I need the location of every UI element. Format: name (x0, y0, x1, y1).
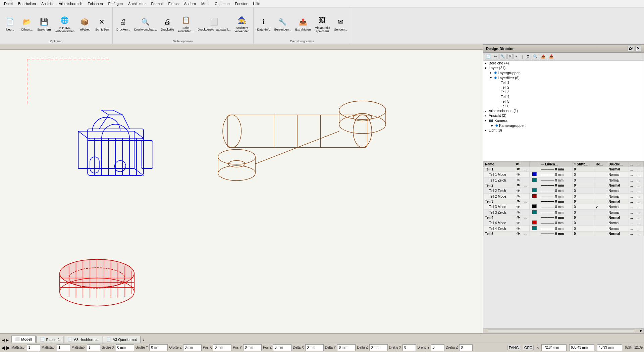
layer-cell-extra1[interactable]: ... (629, 188, 636, 194)
tree-item-teil5[interactable]: Teil 5 (483, 99, 644, 104)
layer-cell-extra1[interactable]: ... (629, 220, 636, 226)
layer-cell-vis[interactable]: 👁 (514, 220, 522, 226)
field-posz[interactable] (273, 344, 291, 351)
tree-item-licht[interactable]: ▸ Licht (8) (483, 128, 644, 133)
layer-cell-dot[interactable]: ... (522, 183, 530, 188)
tab-a3hochformat[interactable]: 📄 A3 Hochformat (64, 336, 102, 343)
menu-aendern[interactable]: Ändern (181, 1, 199, 6)
field-deltay[interactable] (337, 344, 356, 351)
tree-item-teil2[interactable]: Teil 2 (483, 85, 644, 90)
field-posy[interactable] (243, 344, 262, 351)
input-drehgy[interactable] (433, 346, 443, 349)
layer-cell-vis[interactable]: 👁 (514, 204, 522, 210)
layer-cell-vis[interactable]: 👁 (514, 183, 522, 188)
col-header-linien[interactable]: — Linien... (539, 162, 573, 167)
layer-cell-extra2[interactable]: ... (636, 210, 643, 215)
field-deltax[interactable] (305, 344, 324, 351)
field-groessey[interactable] (149, 344, 168, 351)
input-drehgz[interactable] (461, 346, 471, 349)
menu-arbeitsbereich[interactable]: Arbeitsbereich (56, 1, 85, 6)
layer-cell-vis[interactable]: 👁 (514, 194, 522, 199)
layer-cell-extra2[interactable]: ... (636, 204, 643, 210)
layer-cell-vis[interactable]: 👁 (514, 167, 522, 172)
ribbon-btn-close[interactable]: ✕ Schließen (94, 15, 110, 33)
status-geo-button[interactable]: GEO (523, 345, 534, 350)
layer-cell-dot[interactable]: ... (522, 167, 530, 172)
ribbon-btn-seite[interactable]: 📋 Seiteeinrichten... (176, 13, 196, 34)
ribbon-btn-senden[interactable]: ✉ Senden... (332, 15, 349, 33)
dd-toolbar-btn-8[interactable]: 📤 (540, 54, 547, 59)
layer-cell-color[interactable] (530, 199, 539, 204)
menu-zeichnen[interactable]: Zeichnen (85, 1, 105, 6)
dd-toolbar-btn-5[interactable]: ✓ (514, 54, 519, 59)
layer-cell-dot[interactable] (522, 188, 530, 194)
input-y-coord[interactable] (571, 346, 593, 349)
tree-item-teil1[interactable]: Teil 1 (483, 80, 644, 85)
field-massstab3[interactable] (87, 344, 100, 351)
layer-cell-dot[interactable] (522, 194, 530, 199)
input-groessey[interactable] (151, 346, 166, 349)
layer-cell-dot[interactable] (522, 172, 530, 178)
menu-format[interactable]: Format (149, 1, 166, 6)
layer-cell-color[interactable] (530, 167, 539, 172)
layer-row[interactable]: Teil 1 Zeich👁———— 0 mm0Normal...... (484, 178, 644, 183)
tree-expand-teil1[interactable] (497, 81, 501, 85)
menu-fenster[interactable]: Fenster (232, 1, 250, 6)
tree-expand-layergruppen[interactable]: ▸ (490, 71, 494, 74)
layer-cell-extra2[interactable]: ... (636, 232, 643, 236)
layer-cell-dot[interactable] (522, 226, 530, 232)
field-massstab1[interactable] (27, 344, 40, 351)
layer-row[interactable]: Teil 1 Mode👁———— 0 mm0Normal...... (484, 172, 644, 178)
ribbon-btn-druckbereich[interactable]: ⬜ Druckbereichsauswahl... (196, 15, 232, 33)
tab-a3querformat[interactable]: 📄 A3 Querformat (103, 336, 141, 343)
layer-cell-extra2[interactable]: ... (636, 188, 643, 194)
layer-cell-dot[interactable] (522, 204, 530, 210)
layer-cell-extra2[interactable]: ... (636, 172, 643, 178)
tree-expand-licht[interactable]: ▸ (485, 129, 489, 132)
dd-tree[interactable]: ▸ Bereiche (4) ▾ Layer (21) ▸ ◆ Layergru… (483, 61, 644, 161)
input-massstab2[interactable] (58, 346, 68, 349)
tab-modell[interactable]: ⬜ Modell (11, 336, 36, 343)
tree-expand-bereiche[interactable]: ▸ (485, 61, 489, 65)
menu-bearbeiten[interactable]: Bearbeiten (15, 1, 39, 6)
canvas-area[interactable] (0, 44, 483, 333)
col-header-render[interactable]: Re... (594, 162, 607, 167)
layer-cell-extra1[interactable]: ... (629, 178, 636, 183)
layer-cell-color[interactable] (530, 172, 539, 178)
tab-expand-button[interactable]: › (143, 337, 144, 343)
layer-row[interactable]: Teil 5👁...———— 0 mm0Normal...... (484, 232, 644, 236)
input-deltaz[interactable] (371, 346, 386, 349)
dd-toolbar-btn-1[interactable]: 📄 (485, 54, 492, 59)
ribbon-btn-druckstile[interactable]: 🖨 Druckstile (159, 15, 176, 33)
layer-row[interactable]: Teil 4 Zeich👁———— 0 mm0Normal...... (484, 226, 644, 232)
ribbon-btn-preview[interactable]: 🔍 Druckvorschau... (132, 15, 159, 33)
dd-close-button[interactable]: ✕ (635, 46, 641, 51)
input-groessez[interactable] (185, 346, 200, 349)
tree-item-teil3[interactable]: Teil 3 (483, 90, 644, 94)
dd-hscrollbar[interactable]: ▶ (483, 328, 644, 333)
layer-cell-extra2[interactable]: ... (636, 194, 643, 199)
field-drehgx[interactable] (402, 344, 416, 351)
menu-datei[interactable]: Datei (1, 1, 15, 6)
layer-cell-extra2[interactable]: ... (636, 178, 643, 183)
layer-cell-extra2[interactable]: ... (636, 167, 643, 172)
layer-cell-color[interactable] (530, 183, 539, 188)
status-fang-button[interactable]: FANG (507, 345, 520, 350)
field-drehgz[interactable] (459, 344, 473, 351)
layer-cell-color[interactable] (530, 204, 539, 210)
layer-cell-extra1[interactable]: ... (629, 226, 636, 232)
layer-cell-color[interactable] (530, 220, 539, 226)
tree-item-bereiche[interactable]: ▸ Bereiche (4) (483, 61, 644, 65)
dd-hscroll-right[interactable]: ▶ (639, 329, 644, 333)
layer-row[interactable]: Teil 1👁...———— 0 mm0Normal...... (484, 167, 644, 172)
layer-cell-extra2[interactable]: ... (636, 199, 643, 204)
layer-cell-extra2[interactable]: ... (636, 183, 643, 188)
field-deltaz[interactable] (369, 344, 388, 351)
layer-cell-color[interactable] (530, 188, 539, 194)
tab-papier1[interactable]: 📄 Papier 1 (36, 336, 63, 343)
tree-expand-teil3[interactable] (497, 90, 501, 94)
tree-expand-layerfilter[interactable]: ▾ (490, 76, 494, 80)
input-posy[interactable] (245, 346, 260, 349)
layer-cell-vis[interactable]: 👁 (514, 199, 522, 204)
dd-toolbar-btn-3[interactable]: 🔧 (499, 54, 506, 59)
